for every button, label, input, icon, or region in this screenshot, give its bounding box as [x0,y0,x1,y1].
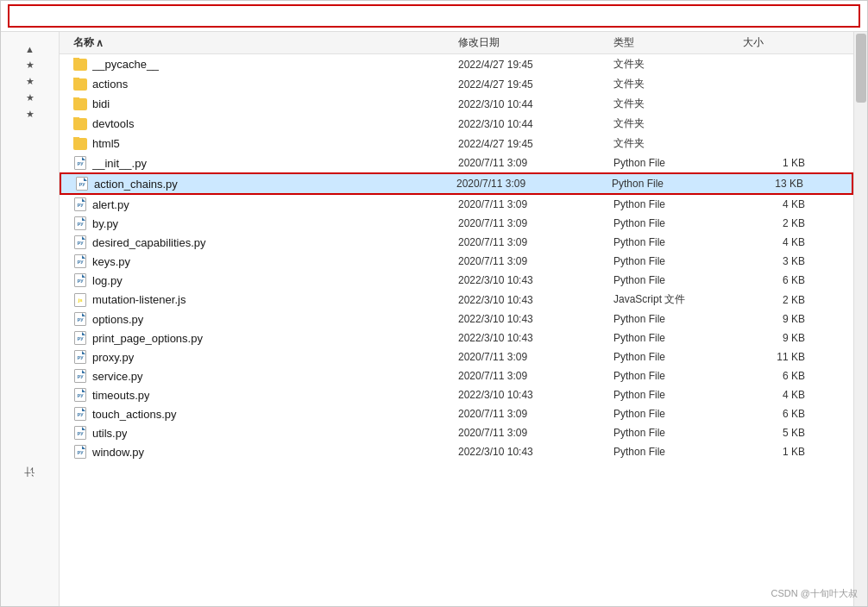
python-file-icon: py [74,369,86,383]
table-row[interactable]: actions 2022/4/27 19:45 文件夹 [60,74,853,94]
table-row[interactable]: py timeouts.py 2022/3/10 10:43 Python Fi… [60,385,853,404]
file-type: 文件夹 [613,97,743,111]
table-row[interactable]: __pycache__ 2022/4/27 19:45 文件夹 [60,54,853,74]
main-content: ▲ ★ ★ ★ ★ 计 名称 ∧ 修改日期 类型 [1,32,867,606]
table-row[interactable]: py log.py 2022/3/10 10:43 Python File 6 … [60,271,853,290]
col-header-type[interactable]: 类型 [613,35,743,50]
file-type: Python File [613,427,743,439]
python-file-icon: py [74,388,86,402]
file-type: 文件夹 [613,77,743,91]
file-icon: py [73,369,87,383]
file-date: 2020/7/11 3:09 [458,351,613,363]
file-icon: py [75,177,89,191]
nav-pin-4[interactable]: ★ [22,107,38,122]
python-file-icon: py [74,312,86,326]
file-name: mutation-listener.js [92,293,186,306]
file-type: Python File [613,408,743,420]
scrollbar[interactable] [853,32,867,606]
watermark: CSDN @十旬叶大叔 [771,587,858,600]
file-type: Python File [613,332,743,344]
table-row[interactable]: py utils.py 2020/7/11 3:09 Python File 5… [60,423,853,442]
file-name-cell: py touch_actions.py [73,407,458,421]
file-date: 2022/3/10 10:44 [458,98,613,110]
file-name: alert.py [92,198,129,211]
file-size: 9 KB [743,332,812,344]
file-type: Python File [613,313,743,325]
file-type: 文件夹 [613,116,743,131]
file-type: Python File [613,274,743,286]
file-name-cell: py log.py [73,273,458,287]
file-type: Python File [613,236,743,248]
nav-pin-1[interactable]: ★ [22,58,38,72]
file-date: 2022/3/10 10:43 [458,313,613,325]
table-row[interactable]: js mutation-listener.js 2022/3/10 10:43 … [60,290,853,310]
file-icon: py [73,216,87,230]
file-name-cell: py service.py [73,369,458,383]
table-row[interactable]: py alert.py 2020/7/11 3:09 Python File 4… [60,195,853,214]
file-size: 6 KB [743,274,812,286]
file-icon: py [73,350,87,364]
file-list-area[interactable]: 名称 ∧ 修改日期 类型 大小 __pycache__ 2022/4/27 1 [60,32,853,606]
file-size: 4 KB [743,236,812,248]
scroll-thumb[interactable] [856,34,866,103]
file-icon [73,117,87,131]
file-name: bidi [92,97,110,110]
file-date: 2022/3/10 10:43 [458,446,613,458]
file-name-cell: js mutation-listener.js [73,293,458,307]
table-row[interactable]: py proxy.py 2020/7/11 3:09 Python File 1… [60,347,853,366]
col-header-size[interactable]: 大小 [743,35,812,50]
file-icon [73,58,87,72]
file-name: options.py [92,313,143,326]
file-date: 2022/3/10 10:43 [458,274,613,286]
table-row[interactable]: py options.py 2022/3/10 10:43 Python Fil… [60,310,853,329]
table-row[interactable]: py action_chains.py 2020/7/11 3:09 Pytho… [60,172,853,195]
table-row[interactable]: devtools 2022/3/10 10:44 文件夹 [60,114,853,134]
folder-icon [73,118,87,130]
file-date: 2020/7/11 3:09 [458,370,613,382]
folder-icon [73,98,87,110]
column-headers: 名称 ∧ 修改日期 类型 大小 [60,32,853,54]
file-type: Python File [613,157,743,169]
file-name-cell: py proxy.py [73,350,458,364]
file-size: 11 KB [743,351,812,363]
file-name: window.py [92,446,144,459]
file-name-cell: py utils.py [73,426,458,440]
table-row[interactable]: py keys.py 2020/7/11 3:09 Python File 3 … [60,252,853,271]
file-name-cell: devtools [73,117,458,131]
file-name: print_page_options.py [92,332,203,345]
nav-pin-3[interactable]: ★ [22,91,38,105]
address-input[interactable]: D:\jupyter-notebook\Lib\site-packages\se… [8,4,860,28]
file-rows-container: __pycache__ 2022/4/27 19:45 文件夹 actions … [60,54,853,461]
table-row[interactable]: py by.py 2020/7/11 3:09 Python File 2 KB [60,214,853,233]
file-name-cell: py by.py [73,216,458,230]
address-bar: D:\jupyter-notebook\Lib\site-packages\se… [1,1,867,32]
col-header-date[interactable]: 修改日期 [458,35,613,50]
file-type: JavaScript 文件 [613,292,743,307]
python-file-icon: py [74,197,86,211]
file-icon: js [73,293,87,307]
file-type: Python File [613,446,743,458]
table-row[interactable]: bidi 2022/3/10 10:44 文件夹 [60,94,853,114]
col-header-name[interactable]: 名称 ∧ [73,35,458,50]
nav-up-arrow[interactable]: ▲ [22,42,38,56]
file-date: 2020/7/11 3:09 [458,157,613,169]
file-icon [73,137,87,151]
file-type: Python File [613,351,743,363]
table-row[interactable]: py service.py 2020/7/11 3:09 Python File… [60,366,853,385]
table-row[interactable]: py touch_actions.py 2020/7/11 3:09 Pytho… [60,404,853,423]
table-row[interactable]: py window.py 2022/3/10 10:43 Python File… [60,442,853,461]
file-name-cell: py desired_capabilities.py [73,235,458,249]
file-name: desired_capabilities.py [92,236,206,249]
python-file-icon: py [74,156,86,170]
file-icon: py [73,407,87,421]
table-row[interactable]: py __init__.py 2020/7/11 3:09 Python Fil… [60,153,853,172]
table-row[interactable]: py print_page_options.py 2022/3/10 10:43… [60,329,853,347]
file-icon: py [73,331,87,345]
file-icon: py [73,312,87,326]
table-row[interactable]: html5 2022/4/27 19:45 文件夹 [60,134,853,153]
file-size: 9 KB [743,313,812,325]
file-icon [73,97,87,111]
nav-pin-2[interactable]: ★ [22,74,38,89]
file-icon: py [73,426,87,440]
table-row[interactable]: py desired_capabilities.py 2020/7/11 3:0… [60,233,853,252]
